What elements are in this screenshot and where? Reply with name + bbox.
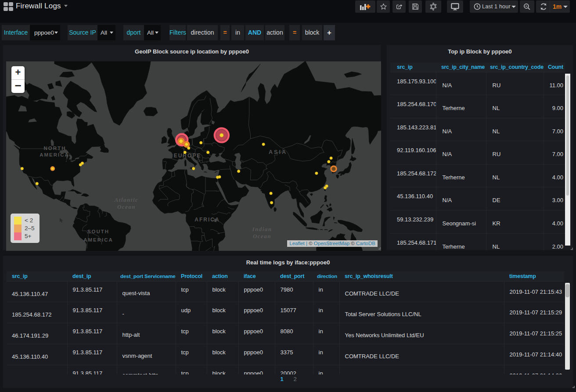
svg-text:NORTH: NORTH [44,146,66,151]
svg-text:SOUTH: SOUTH [87,229,109,234]
svg-text:AMERICA: AMERICA [40,152,69,157]
svg-text:Ocean: Ocean [253,233,271,239]
svg-text:Atlantic: Atlantic [114,196,139,203]
svg-text:ASIA: ASIA [269,149,287,155]
svg-text:Ocean: Ocean [117,203,136,210]
svg-text:AFRICA: AFRICA [194,217,220,223]
svg-text:Indian: Indian [252,226,272,232]
svg-text:AMERICA: AMERICA [83,237,113,242]
svg-text:EUROPE: EUROPE [174,153,202,159]
